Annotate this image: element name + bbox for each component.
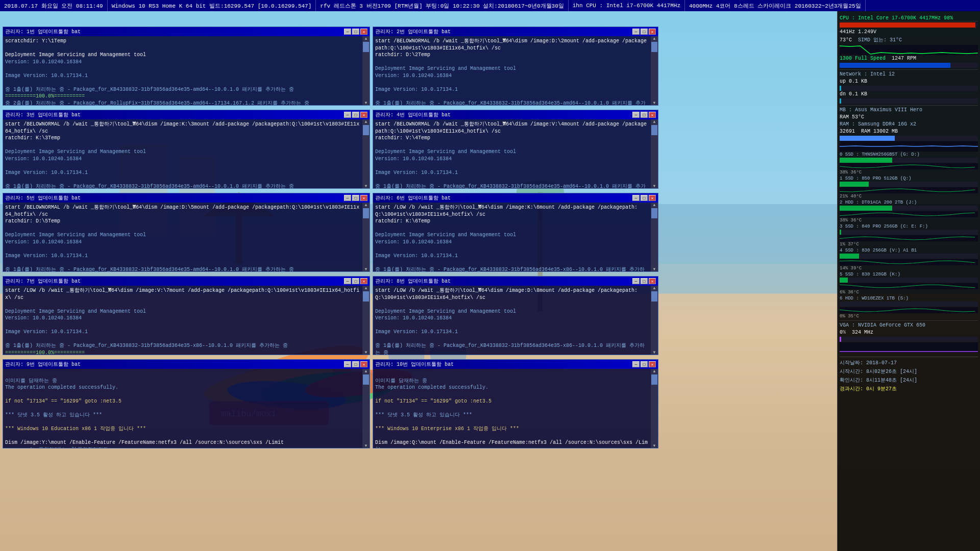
scroll-dn-btn[interactable]: ▼ [365,101,368,105]
close-btn-win10[interactable]: ✕ [649,361,656,367]
scroll-thumb[interactable] [651,125,657,135]
scrollbar-win6[interactable]: ▲ ▼ [651,203,658,271]
scrollbar-win10[interactable]: ▲ ▼ [651,369,658,448]
scroll-dn-btn[interactable]: ▼ [365,267,368,271]
scroll-dn-btn[interactable]: ▼ [365,184,368,188]
maximize-btn-win2[interactable]: □ [641,29,648,35]
scroll-dn-btn[interactable]: ▼ [653,101,656,105]
maximize-btn-win8[interactable]: □ [641,278,648,284]
scroll-thumb[interactable] [363,42,369,52]
close-btn-win3[interactable]: ✕ [360,112,368,118]
scroll-thumb[interactable] [363,208,369,218]
close-btn-win7[interactable]: ✕ [360,278,368,284]
terminal-line [375,370,649,378]
titlebar-title-win9: 관리자: 9번 업데이트툴함 bat [5,361,344,368]
maximize-btn-win5[interactable]: □ [352,195,359,201]
scroll-thumb[interactable] [363,291,369,302]
maximize-btn-win1[interactable]: □ [352,29,359,35]
terminal-window-win3[interactable]: 관리자: 3번 업데이트툴함 bat ─ □ ✕ start /BELOWNOR… [3,110,370,189]
scroll-thumb[interactable] [363,125,369,135]
scrollbar-win8[interactable]: ▲ ▼ [651,286,658,355]
close-btn-win4[interactable]: ✕ [649,112,656,118]
terminal-line: Deployment Image Servicing and Managemen… [375,232,649,239]
scroll-thumb[interactable] [363,374,369,385]
scroll-dn-btn[interactable]: ▼ [365,443,368,448]
sysmon-fan-bar [840,63,978,68]
scrollbar-win3[interactable]: ▲ ▼ [362,119,370,188]
close-btn-win2[interactable]: ✕ [649,29,656,35]
terminal-window-win9[interactable]: 관리자: 9번 업데이트툴함 bat ─ □ ✕ 이미지를 담재하는 중The … [3,359,370,448]
maximize-btn-win10[interactable]: □ [641,361,648,367]
terminal-line: *** Windows 10 Education x86 1 작업중 입니다 *… [5,425,360,433]
scroll-up-btn[interactable]: ▲ [365,36,368,41]
minimize-btn-win10[interactable]: ─ [632,361,640,367]
terminal-window-win1[interactable]: 관리자: 1번 업데이트툴함 bat ─ □ ✕ scratchdir: Y:\… [3,27,370,106]
close-btn-win9[interactable]: ✕ [360,361,368,367]
drive-sparkline-0 [840,163,978,169]
drive-bar-4 [840,254,978,259]
scroll-thumb[interactable] [651,42,657,52]
terminal-window-win7[interactable]: 관리자: 7번 업데이트툴함 bat ─ □ ✕ start /LOW /b /… [3,276,370,355]
minimize-btn-win9[interactable]: ─ [344,361,351,367]
terminal-window-win6[interactable]: 관리자: 6번 업데이트툴함 bat ─ □ ✕ start /LOW /b /… [373,193,658,272]
scrollbar-win2[interactable]: ▲ ▼ [651,36,658,105]
drive-stats-2: 38% 36°C [840,218,978,223]
scroll-up-btn[interactable]: ▲ [653,36,656,41]
scroll-up-btn[interactable]: ▲ [653,203,656,207]
terminal-window-win10[interactable]: 관리자: 10번 업데이트툴함 bat ─ □ ✕ 이미지를 담재하는 중The… [373,359,658,448]
terminal-window-win8[interactable]: 관리자: 8번 업데이트툴함 bat ─ □ ✕ start /LOW /b /… [373,276,658,355]
scroll-dn-btn[interactable]: ▼ [365,350,368,355]
terminal-window-win2[interactable]: 관리자: 2번 업데이트툴함 bat ─ □ ✕ start /BELOWNOR… [373,27,658,106]
scrollbar-win4[interactable]: ▲ ▼ [651,119,658,188]
scrollbar-win9[interactable]: ▲ ▼ [362,369,370,448]
minimize-btn-win6[interactable]: ─ [632,195,640,201]
scroll-up-btn[interactable]: ▲ [365,369,368,373]
scroll-dn-btn[interactable]: ▼ [653,350,656,355]
close-btn-win8[interactable]: ✕ [649,278,656,284]
maximize-btn-win9[interactable]: □ [352,361,359,367]
scroll-up-btn[interactable]: ▲ [365,119,368,124]
scroll-up-btn[interactable]: ▲ [653,119,656,124]
scroll-up-btn[interactable]: ▲ [365,203,368,207]
scroll-dn-btn[interactable]: ▼ [653,267,656,271]
minimize-btn-win2[interactable]: ─ [632,29,640,35]
titlebar-buttons-win10: ─ □ ✕ [632,361,656,367]
scroll-dn-btn[interactable]: ▼ [653,184,656,188]
minimize-btn-win8[interactable]: ─ [632,278,640,284]
scroll-up-btn[interactable]: ▲ [653,286,656,290]
maximize-btn-win6[interactable]: □ [641,195,648,201]
scroll-thumb[interactable] [651,208,657,218]
terminal-line: if not "17134" == "16299" goto :net3.5 [5,398,360,405]
scroll-thumb[interactable] [651,374,657,385]
minimize-btn-win4[interactable]: ─ [632,112,640,118]
terminal-line: 중 1출(를) 처리하는 중 - Package_for_KB4338832-3… [5,266,360,272]
terminal-line: The operation completed successfully. [375,384,649,391]
close-btn-win6[interactable]: ✕ [649,195,656,201]
sysmon-elapsed: 경과시간: 0시 9분27초 [840,385,978,392]
minimize-btn-win1[interactable]: ─ [344,29,351,35]
scroll-thumb[interactable] [651,291,657,302]
scrollbar-win1[interactable]: ▲ ▼ [362,36,370,105]
maximize-btn-win3[interactable]: □ [352,112,359,118]
terminal-line: Image Version: 10.0.17134.1 [5,253,360,260]
terminal-window-win4[interactable]: 관리자: 4번 업데이트툴함 bat ─ □ ✕ start /BELOWNOR… [373,110,658,189]
minimize-btn-win7[interactable]: ─ [344,278,351,284]
minimize-btn-win5[interactable]: ─ [344,195,351,201]
terminal-window-win5[interactable]: 관리자: 5번 업데이트툴함 bat ─ □ ✕ start /BELOWNOR… [3,193,370,272]
close-btn-win5[interactable]: ✕ [360,195,368,201]
scroll-dn-btn[interactable]: ▼ [653,443,656,448]
terminal-line: Image Version: 10.0.17134.1 [5,169,360,177]
sysmon-vga-sparkline [840,342,978,353]
sysmon-mb-label: MB : Asus Maximus VIII Hero [840,107,978,113]
terminal-line [5,419,360,426]
maximize-btn-win7[interactable]: □ [352,278,359,284]
maximize-btn-win4[interactable]: □ [641,112,648,118]
scroll-up-btn[interactable]: ▲ [653,369,656,373]
minimize-btn-win3[interactable]: ─ [344,112,351,118]
scroll-up-btn[interactable]: ▲ [365,286,368,290]
scrollbar-win7[interactable]: ▲ ▼ [362,286,370,355]
close-btn-win1[interactable]: ✕ [360,29,368,35]
terminal-line: ratchdir: K:\6Temp [375,218,649,225]
scrollbar-win5[interactable]: ▲ ▼ [362,203,370,271]
titlebar-buttons-win5: ─ □ ✕ [344,195,368,201]
